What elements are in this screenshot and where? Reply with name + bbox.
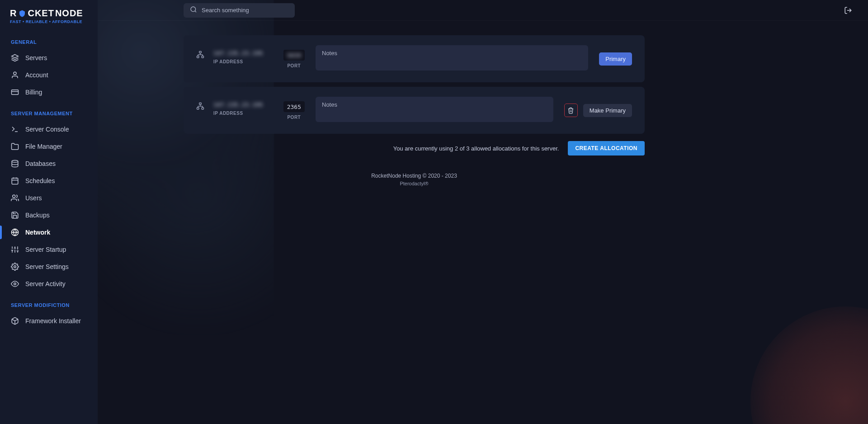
search-input[interactable] [202, 7, 288, 14]
footer-copyright: RocketNode Hosting © 2020 - 2023 [184, 173, 645, 179]
sidebar: R CKET NODE FAST • RELIABLE • AFFORDABLE… [0, 0, 98, 424]
sidebar-item-schedules[interactable]: Schedules [0, 172, 98, 189]
save-icon [11, 211, 19, 219]
nav-section-title: SERVER MODIFICTION [0, 292, 98, 312]
settings-icon [11, 263, 19, 271]
sidebar-item-server-startup[interactable]: Server Startup [0, 241, 98, 258]
search-icon [190, 6, 197, 15]
box-icon [11, 317, 19, 325]
sidebar-item-label: Server Console [25, 126, 69, 133]
port-value: 5039 [287, 52, 301, 59]
page-footer: RocketNode Hosting © 2020 - 2023 Pteroda… [184, 173, 645, 186]
network-icon [196, 102, 204, 110]
nav-section-title: GENERAL [0, 29, 98, 49]
database-icon [11, 160, 19, 168]
sidebar-item-billing[interactable]: Billing [0, 84, 98, 101]
topbar [98, 0, 868, 21]
nav-section-title: SERVER MANAGEMENT [0, 101, 98, 121]
primary-badge: Primary [599, 52, 632, 66]
ip-address-value: 147.135.23.195 [213, 50, 263, 57]
create-allocation-button[interactable]: CREATE ALLOCATION [568, 141, 645, 155]
ip-address-label: IP ADDRESS [213, 111, 263, 116]
sidebar-item-label: Server Activity [25, 280, 66, 287]
footer-powered-by: Pterodactyl® [184, 181, 645, 186]
sidebar-item-label: Server Startup [25, 246, 66, 253]
sidebar-item-servers[interactable]: Servers [0, 49, 98, 66]
folder-icon [11, 142, 19, 151]
sidebar-item-label: Network [25, 229, 50, 236]
network-icon [196, 51, 204, 59]
sidebar-item-network[interactable]: Network [0, 224, 98, 241]
sidebar-item-label: Schedules [25, 177, 55, 184]
port-label: PORT [287, 115, 301, 120]
allocation-row: 147.135.23.195IP ADDRESS2365PORTMake Pri… [184, 87, 645, 134]
sidebar-item-label: Users [25, 194, 42, 202]
layers-icon [11, 54, 19, 62]
port-label: PORT [287, 63, 301, 68]
allocation-usage-text: You are currently using 2 of 3 allowed a… [393, 145, 559, 152]
sidebar-item-label: Account [25, 71, 48, 79]
make-primary-button[interactable]: Make Primary [583, 104, 632, 117]
users-icon [11, 194, 19, 202]
sidebar-item-backups[interactable]: Backups [0, 207, 98, 224]
terminal-icon [11, 125, 19, 133]
sidebar-item-server-settings[interactable]: Server Settings [0, 258, 98, 275]
ip-address-label: IP ADDRESS [213, 59, 263, 64]
sidebar-item-label: Billing [25, 89, 42, 96]
sidebar-item-server-console[interactable]: Server Console [0, 121, 98, 138]
sidebar-item-label: Backups [25, 212, 50, 219]
main: 147.135.23.195IP ADDRESS5039PORTPrimary1… [98, 0, 868, 424]
eye-icon [11, 280, 19, 288]
notes-input[interactable] [316, 97, 553, 122]
logo-text-3: NODE [55, 8, 83, 19]
sliders-icon [11, 245, 19, 254]
sidebar-item-label: Server Settings [25, 263, 69, 270]
card-icon [11, 88, 19, 96]
sidebar-item-label: File Manager [25, 143, 62, 150]
sidebar-item-server-activity[interactable]: Server Activity [0, 275, 98, 292]
logo-shield-icon [18, 9, 26, 18]
calendar-icon [11, 177, 19, 185]
logo-text-1: R [10, 8, 17, 19]
sidebar-item-account[interactable]: Account [0, 66, 98, 84]
globe-icon [11, 228, 19, 236]
notes-input[interactable] [316, 45, 588, 71]
search-box[interactable] [184, 3, 295, 18]
allocation-footer: You are currently using 2 of 3 allowed a… [184, 141, 645, 155]
ip-address-value: 147.135.23.195 [213, 101, 263, 108]
logo-text-2: CKET [28, 8, 54, 19]
sidebar-item-file-manager[interactable]: File Manager [0, 138, 98, 155]
sidebar-item-label: Databases [25, 160, 56, 167]
sidebar-item-users[interactable]: Users [0, 189, 98, 207]
sidebar-item-label: Framework Installer [25, 317, 81, 325]
allocation-row: 147.135.23.195IP ADDRESS5039PORTPrimary [184, 35, 645, 82]
port-value: 2365 [287, 104, 301, 110]
content: 147.135.23.195IP ADDRESS5039PORTPrimary1… [98, 21, 868, 424]
logo-tagline: FAST • RELIABLE • AFFORDABLE [10, 19, 88, 24]
logo[interactable]: R CKET NODE FAST • RELIABLE • AFFORDABLE [0, 0, 98, 29]
delete-allocation-button[interactable] [564, 104, 578, 117]
user-icon [11, 71, 19, 79]
logout-button[interactable] [841, 3, 855, 18]
sidebar-item-databases[interactable]: Databases [0, 155, 98, 172]
sidebar-item-framework-installer[interactable]: Framework Installer [0, 312, 98, 330]
sidebar-item-label: Servers [25, 54, 47, 61]
